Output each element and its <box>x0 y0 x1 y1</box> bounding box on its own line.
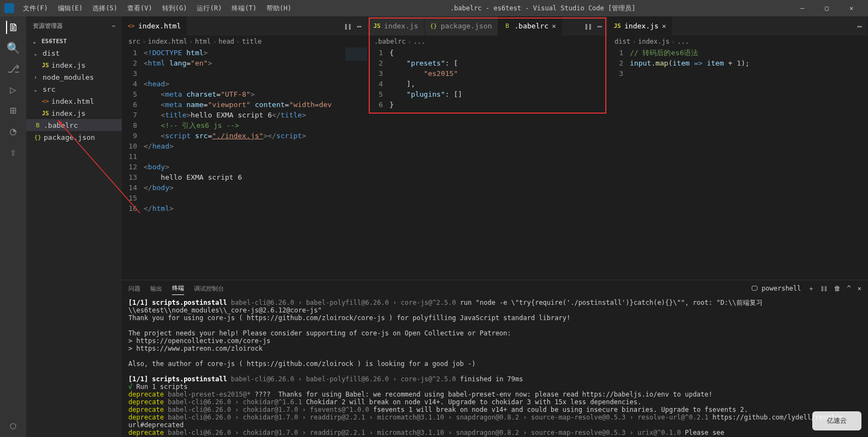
breadcrumb[interactable]: src›index.html›html›head›title <box>122 36 367 48</box>
tabs-row: JSindex.js{}package.jsonB.babelrc×⫿⫿⋯ <box>368 16 607 36</box>
tab-more-icon[interactable]: ⋯ <box>598 22 602 31</box>
explorer-icon[interactable]: 🗎 <box>6 21 19 34</box>
editor-tab[interactable]: B.babelrc× <box>498 16 562 36</box>
panel-tab-problems[interactable]: 问题 <box>128 282 140 295</box>
tab-close-icon[interactable]: × <box>662 22 666 30</box>
maximize-button[interactable]: ▢ <box>814 0 839 16</box>
code-content[interactable]: // 转码后的es6语法 input.map(item => item + 1)… <box>630 48 846 280</box>
activity-bar: 🗎 🔍 ⎇ ▷ ⊞ ◔ ⇪ <box>0 16 26 437</box>
close-button[interactable]: ✕ <box>839 0 864 16</box>
gutter: 12345678910111213141516 <box>122 48 144 280</box>
watermark: 亿速云 <box>812 411 861 430</box>
tree-item[interactable]: ⌄dist <box>26 47 122 59</box>
tree-item[interactable]: <>index.html <box>26 95 122 107</box>
tab-more-icon[interactable]: ⋯ <box>357 22 362 31</box>
tab-close-icon[interactable]: × <box>552 22 556 30</box>
menu-item[interactable]: 查看(V) <box>123 2 157 15</box>
terminal-add-icon[interactable]: ＋ <box>808 284 814 293</box>
terminal-kill-icon[interactable]: 🗑 <box>834 285 841 292</box>
tree-item[interactable]: {}package.json <box>26 131 122 143</box>
editor-tab[interactable]: JSindex.js× <box>608 16 672 36</box>
panel-maximize-icon[interactable]: ^ <box>847 285 851 292</box>
tree-item[interactable]: ⌄src <box>26 83 122 95</box>
editor-tab[interactable]: JSindex.js <box>368 16 424 36</box>
breadcrumb[interactable]: .babelrc›... <box>368 36 607 48</box>
minimap[interactable] <box>345 48 367 280</box>
editor[interactable]: 123456 { "presets": [ "es2015" ], "plugi… <box>368 48 607 280</box>
editor[interactable]: 123 // 转码后的es6语法 input.map(item => item … <box>608 48 867 280</box>
search-icon[interactable]: 🔍 <box>7 42 20 55</box>
menu-item[interactable]: 终端(T) <box>227 2 261 15</box>
accounts-icon[interactable]: ◯ <box>7 418 20 432</box>
code-content[interactable]: <!DOCTYPE html> <html lang="en"> <head> … <box>144 48 345 280</box>
tree-item[interactable]: ›node_modules <box>26 71 122 83</box>
sidebar-more-icon[interactable]: ⋯ <box>111 22 115 29</box>
share-icon[interactable]: ⇪ <box>7 145 20 158</box>
tree-item[interactable]: B.babelrc <box>26 119 122 131</box>
vscode-logo-icon <box>4 3 14 13</box>
minimap[interactable] <box>846 48 867 280</box>
editor-tab[interactable]: <>index.html <box>122 16 187 36</box>
tab-more-icon[interactable]: ⋯ <box>858 22 862 31</box>
minimap[interactable] <box>586 48 607 280</box>
menu-bar: 文件(F)编辑(E)选择(S)查看(V)转到(G)运行(R)终端(T)帮助(H) <box>19 2 296 15</box>
sidebar: 资源管理器 ⋯ ⌄ ES6TEST ⌄distJSindex.js›node_m… <box>26 16 122 437</box>
split-editor-icon[interactable]: ⫿⫿ <box>584 22 592 31</box>
tabs-row: <>index.html⫿⫿⋯ <box>122 16 367 36</box>
menu-item[interactable]: 转到(G) <box>158 2 192 15</box>
breadcrumb[interactable]: dist›index.js›... <box>608 36 867 48</box>
tabs-row: JSindex.js×⋯ <box>608 16 867 36</box>
file-tree: ⌄distJSindex.js›node_modules⌄src<>index.… <box>26 47 122 143</box>
gutter: 123 <box>608 48 630 280</box>
minimize-button[interactable]: ― <box>790 0 814 16</box>
terminal-content[interactable]: [1/1] scripts.postinstall babel-cli@6.26… <box>122 297 868 437</box>
timeline-icon[interactable]: ◔ <box>7 125 20 138</box>
editor-tab[interactable]: {}package.json <box>424 16 498 36</box>
gutter: 123456 <box>368 48 389 280</box>
tree-item[interactable]: JSindex.js <box>26 107 122 119</box>
panel-close-icon[interactable]: ✕ <box>858 285 861 292</box>
editor-group-2: JSindex.js{}package.jsonB.babelrc×⫿⫿⋯ .b… <box>368 16 608 280</box>
extensions-icon[interactable]: ⊞ <box>7 104 20 117</box>
code-content[interactable]: { "presets": [ "es2015" ], "plugins": []… <box>389 48 586 280</box>
window-title: .babelrc - es6test - Visual Studio Code … <box>296 4 790 13</box>
run-debug-icon[interactable]: ▷ <box>7 83 20 96</box>
terminal-shell-label[interactable]: 🖵 powershell <box>751 285 801 292</box>
project-header[interactable]: ⌄ ES6TEST <box>26 36 122 47</box>
panel-tab-terminal[interactable]: 终端 <box>172 282 184 295</box>
menu-item[interactable]: 帮助(H) <box>262 2 296 15</box>
editor-group-1: <>index.html⫿⫿⋯ src›index.html›html›head… <box>122 16 368 280</box>
source-control-icon[interactable]: ⎇ <box>7 62 20 75</box>
panel-tabs: 问题 输出 终端 调试控制台 🖵 powershell ＋ ⫿⫿ 🗑 ^ ✕ <box>122 280 868 297</box>
editor-group-3: JSindex.js×⋯ dist›index.js›... 123 // 转码… <box>608 16 868 280</box>
titlebar: 文件(F)编辑(E)选择(S)查看(V)转到(G)运行(R)终端(T)帮助(H)… <box>0 0 868 16</box>
sidebar-title: 资源管理器 <box>33 22 63 30</box>
panel-tab-debug[interactable]: 调试控制台 <box>194 282 224 295</box>
terminal-split-icon[interactable]: ⫿⫿ <box>821 285 828 292</box>
menu-item[interactable]: 文件(F) <box>19 2 52 15</box>
tree-item[interactable]: JSindex.js <box>26 59 122 71</box>
split-editor-icon[interactable]: ⫿⫿ <box>344 22 352 31</box>
panel-tab-output[interactable]: 输出 <box>150 282 162 295</box>
menu-item[interactable]: 选择(S) <box>88 2 122 15</box>
menu-item[interactable]: 运行(R) <box>192 2 226 15</box>
panel: 问题 输出 终端 调试控制台 🖵 powershell ＋ ⫿⫿ 🗑 ^ ✕ [… <box>122 280 868 437</box>
editor[interactable]: 12345678910111213141516 <!DOCTYPE html> … <box>122 48 367 280</box>
menu-item[interactable]: 编辑(E) <box>54 2 87 15</box>
